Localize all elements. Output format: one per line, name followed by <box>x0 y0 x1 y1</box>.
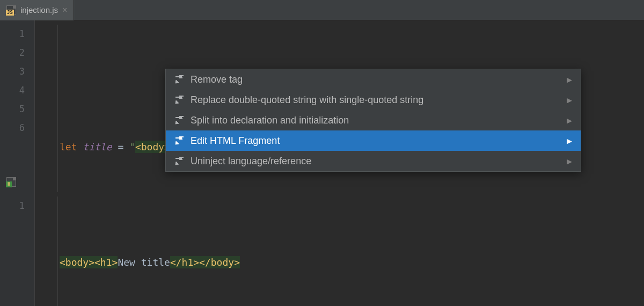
html-file-icon <box>6 177 16 187</box>
chevron-right-icon: ▶ <box>567 157 572 165</box>
html-close-tags: </h1></body> <box>170 256 240 268</box>
line-number: 6 <box>0 119 34 137</box>
html-text: New title <box>118 257 170 268</box>
top-gutter: 1 2 3 4 5 6 <box>0 20 35 194</box>
menu-label: Edit HTML Fragment <box>191 135 560 147</box>
menu-item-remove-tag[interactable]: Remove tag ▶ <box>166 69 581 90</box>
line-number: 1 <box>0 196 34 215</box>
menu-label: Split into declaration and initializatio… <box>191 115 560 126</box>
line-number: 2 <box>0 43 34 62</box>
tab-label: injection.js <box>20 5 58 14</box>
menu-label: Replace double-quoted string with single… <box>191 94 560 106</box>
chevron-right-icon: ▶ <box>567 116 572 125</box>
menu-label: Uninject language/reference <box>191 156 560 167</box>
js-file-icon <box>6 5 16 15</box>
line-number: 1 <box>0 25 34 43</box>
intention-icon <box>174 156 184 166</box>
html-open-tags: <body><h1> <box>60 256 118 268</box>
open-quote: " <box>129 141 135 152</box>
keyword-let: let <box>60 141 77 152</box>
line-number: 4 <box>0 81 34 100</box>
bottom-editor-pane: HTML Fragment (injection.js:13).html × 1… <box>0 172 644 306</box>
variable-name: title <box>83 141 112 152</box>
intention-icon <box>174 95 184 105</box>
line-number: 3 <box>0 62 34 81</box>
intention-icon <box>174 136 184 145</box>
bottom-code-area[interactable]: <body><h1>New title</h1></body> <box>35 192 644 306</box>
chevron-right-icon: ▶ <box>567 76 572 84</box>
close-icon[interactable]: × <box>62 5 67 15</box>
chevron-right-icon: ▶ <box>567 137 572 145</box>
indent-guide <box>57 25 58 194</box>
menu-label: Remove tag <box>191 74 560 85</box>
menu-item-edit-html-fragment[interactable]: Edit HTML Fragment ▶ <box>166 130 581 151</box>
bottom-code-editor[interactable]: 1 <body><h1>New title</h1></body> <box>0 192 644 306</box>
code-line-1: <body><h1>New title</h1></body> <box>60 253 644 272</box>
intention-actions-menu: Remove tag ▶ Replace double-quoted strin… <box>165 69 581 172</box>
menu-item-split-declaration[interactable]: Split into declaration and initializatio… <box>166 110 581 130</box>
line-number: 5 <box>0 100 34 119</box>
equals-operator: = <box>112 141 130 152</box>
top-tab-bar: injection.js × <box>0 0 644 20</box>
indent-guide <box>57 196 58 306</box>
tab-injection-js[interactable]: injection.js × <box>0 0 74 20</box>
bottom-gutter: 1 <box>0 192 35 306</box>
chevron-right-icon: ▶ <box>567 96 572 104</box>
menu-item-replace-quotes[interactable]: Replace double-quoted string with single… <box>166 90 581 110</box>
menu-item-uninject[interactable]: Uninject language/reference ▶ <box>166 151 581 171</box>
intention-icon <box>174 75 184 84</box>
intention-icon <box>174 115 184 125</box>
